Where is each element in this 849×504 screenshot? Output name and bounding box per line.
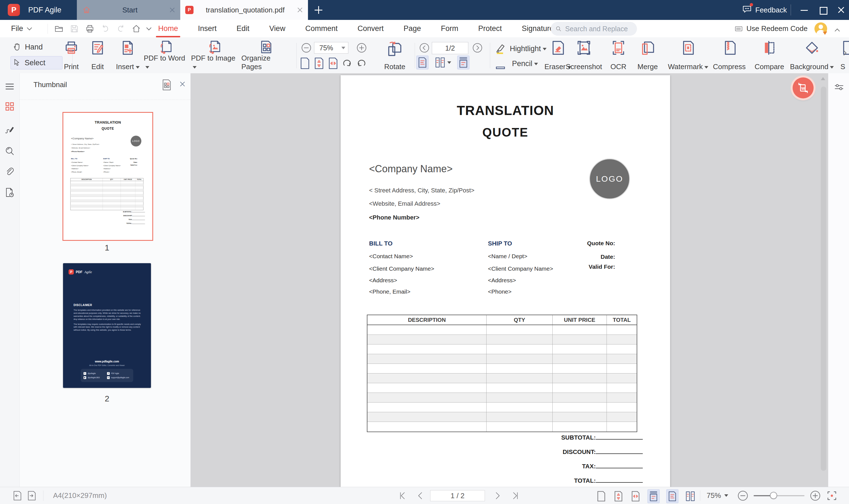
next-view-icon[interactable] xyxy=(26,490,37,501)
zoom-in-status-button[interactable] xyxy=(810,490,821,502)
fit-page-status-icon[interactable] xyxy=(613,490,624,502)
menu-icon[interactable] xyxy=(5,82,15,91)
quick-actions-chevron-icon[interactable] xyxy=(146,25,151,30)
page-settings-icon[interactable] xyxy=(161,79,172,91)
properties-sliders-icon[interactable] xyxy=(834,82,844,93)
screenshot-button[interactable]: Screenshot xyxy=(563,40,604,71)
watermark-button[interactable]: Watermark xyxy=(666,40,710,71)
tab-document[interactable]: P translation_quotation.pdf xyxy=(180,0,308,20)
thumbnail-page-1[interactable]: TRANSLATION QUOTE <Company Name> < Stree… xyxy=(62,112,153,241)
print-button[interactable]: Print xyxy=(60,40,83,71)
actual-size-status-icon[interactable]: 1:1 xyxy=(596,490,607,502)
menu-insert[interactable]: Insert xyxy=(198,20,217,37)
pdf-to-word-fab[interactable]: W xyxy=(793,77,814,98)
menu-form[interactable]: Form xyxy=(441,20,458,37)
menu-protect[interactable]: Protect xyxy=(478,20,502,37)
zoom-in-button[interactable] xyxy=(356,42,367,53)
scroll-view-status-button[interactable] xyxy=(648,489,660,503)
print-icon[interactable] xyxy=(85,24,94,33)
scroll-up-icon[interactable] xyxy=(821,77,825,80)
select-tool[interactable]: Select xyxy=(11,56,62,69)
menu-comment[interactable]: Comment xyxy=(305,20,338,37)
pdf-to-word-button[interactable]: W PDF to Word xyxy=(144,40,188,71)
menu-convert[interactable]: Convert xyxy=(358,20,384,37)
fit-page-icon[interactable] xyxy=(313,57,325,70)
previous-page-button[interactable] xyxy=(419,42,430,53)
collapse-ribbon-button[interactable] xyxy=(835,27,839,34)
save-icon[interactable] xyxy=(70,24,79,33)
annotation-panel-icon[interactable] xyxy=(5,125,15,135)
new-tab-button[interactable] xyxy=(314,5,323,14)
search-input[interactable] xyxy=(564,24,635,33)
thumbnail-page-2[interactable]: P PDF Agile DISCLAIMER The templates and… xyxy=(63,263,151,388)
compare-button[interactable]: Compare xyxy=(752,40,787,71)
search-panel-icon[interactable] xyxy=(5,146,15,156)
thumbnail-panel-icon[interactable] xyxy=(5,102,15,111)
zoom-slider-track[interactable] xyxy=(754,495,805,496)
file-menu[interactable]: File xyxy=(11,20,31,37)
pencil-tool[interactable]: Pencil xyxy=(512,59,538,68)
actual-size-icon[interactable]: 1:1 xyxy=(299,57,311,70)
compress-button[interactable]: Compress xyxy=(713,40,746,71)
zoom-level-select[interactable]: 75% xyxy=(314,42,348,54)
single-page-view-button[interactable] xyxy=(416,56,429,69)
first-page-button[interactable] xyxy=(398,491,408,500)
redo-icon[interactable] xyxy=(116,24,126,33)
background-button[interactable]: Background xyxy=(790,40,834,71)
scroll-view-button[interactable] xyxy=(457,56,469,69)
home-nav-icon[interactable] xyxy=(131,24,141,33)
zoom-slider-thumb[interactable] xyxy=(770,492,777,499)
ocr-button[interactable]: T OCR xyxy=(609,40,628,71)
next-page-button[interactable] xyxy=(472,42,483,53)
undo-icon[interactable] xyxy=(101,24,110,33)
single-page-status-button[interactable] xyxy=(666,489,679,503)
last-page-button[interactable] xyxy=(510,491,520,500)
zoom-out-status-button[interactable] xyxy=(737,490,748,502)
page-indicator-box[interactable]: 1/2 xyxy=(432,42,468,54)
truncated-tool[interactable]: S xyxy=(841,40,849,71)
organize-pages-button[interactable]: Organize Pages xyxy=(241,40,291,71)
menu-edit[interactable]: Edit xyxy=(237,20,250,37)
history-panel-icon[interactable] xyxy=(5,187,15,197)
two-page-status-icon[interactable] xyxy=(685,491,696,502)
feedback-button[interactable]: Feedback xyxy=(742,0,787,20)
menu-signature[interactable]: Signature xyxy=(522,20,554,37)
previous-view-icon[interactable] xyxy=(12,490,23,501)
redeem-code-button[interactable]: Use Redeem Code xyxy=(734,20,808,37)
attachment-panel-icon[interactable] xyxy=(5,167,15,177)
two-page-view-button[interactable] xyxy=(435,56,451,69)
fit-width-icon[interactable] xyxy=(327,57,339,70)
tab-document-close-icon[interactable] xyxy=(297,7,303,13)
highlight-tool[interactable]: Hightlight xyxy=(495,43,546,54)
vertical-scrollbar[interactable] xyxy=(821,87,826,471)
search-box[interactable] xyxy=(551,22,637,36)
font-color-tool[interactable]: Aa xyxy=(495,58,506,69)
rotate-button[interactable]: Rotate xyxy=(378,40,411,71)
pdf-page-mini[interactable]: TRANSLATION QUOTE <Company Name> < Stree… xyxy=(63,113,152,240)
rotate-right-icon[interactable] xyxy=(356,57,367,70)
menu-home[interactable]: Home xyxy=(158,20,178,37)
zoom-level-status[interactable]: 75% xyxy=(707,487,728,504)
menu-page[interactable]: Page xyxy=(404,20,421,37)
merge-button[interactable]: Merge xyxy=(634,40,661,71)
tab-start[interactable]: Start xyxy=(77,0,180,20)
open-file-icon[interactable] xyxy=(54,24,64,33)
document-viewport[interactable]: TRANSLATION QUOTE <Company Name> < Stree… xyxy=(191,73,828,487)
next-page-button-status[interactable] xyxy=(493,491,502,500)
statusbar-page-indicator[interactable]: 1 / 2 xyxy=(430,490,485,501)
rotate-left-icon[interactable] xyxy=(341,57,353,70)
menu-view[interactable]: View xyxy=(269,20,285,37)
pdf-to-image-button[interactable]: PDF to Image xyxy=(191,40,238,71)
zoom-out-button[interactable] xyxy=(301,42,312,53)
hand-tool[interactable]: Hand xyxy=(12,42,43,52)
minimize-button[interactable] xyxy=(798,0,811,20)
edit-button[interactable]: Edit xyxy=(88,40,107,71)
prev-page-button[interactable] xyxy=(416,491,425,500)
tab-start-close-icon[interactable] xyxy=(169,7,175,13)
fit-width-status-icon[interactable] xyxy=(630,490,641,502)
maximize-button[interactable] xyxy=(817,0,830,20)
close-button[interactable] xyxy=(834,0,848,20)
pdf-page[interactable]: TRANSLATION QUOTE <Company Name> < Stree… xyxy=(341,75,670,487)
fullscreen-button[interactable] xyxy=(827,490,837,501)
insert-button[interactable]: Insert xyxy=(114,40,142,71)
